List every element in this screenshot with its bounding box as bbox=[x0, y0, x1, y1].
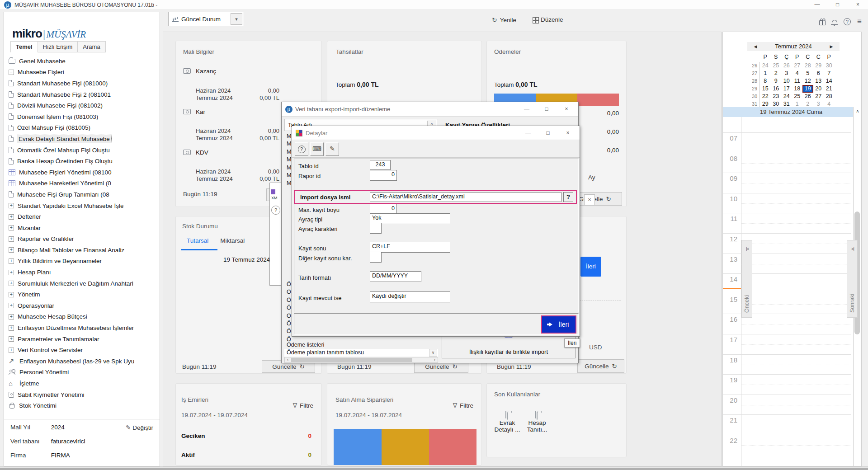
tree-item[interactable]: İşletme bbox=[9, 378, 159, 389]
tab-hizli-erisim[interactable]: Hızlı Erişim bbox=[38, 41, 78, 52]
dialog-close-button[interactable]: × bbox=[557, 102, 576, 117]
tab-tutarsal[interactable]: Tutarsal bbox=[187, 237, 208, 244]
dialog-maximize-button[interactable]: □ bbox=[537, 102, 557, 117]
tree-item[interactable]: Banka Hesap Özetinden Fiş Oluştu bbox=[9, 155, 159, 167]
tree-item[interactable]: Standart Muhasebe Fişi 2 (081001 bbox=[9, 89, 159, 100]
calendar-day[interactable]: 15 bbox=[760, 85, 771, 93]
tree-item[interactable]: Stok Yönetimi bbox=[9, 400, 159, 411]
edit-button[interactable]: ✎ bbox=[326, 142, 339, 156]
tab-miktarsal[interactable]: Miktarsal bbox=[220, 237, 245, 244]
tree-item[interactable]: Bilanço Mali Tablolar ve Finansal Analiz bbox=[9, 244, 159, 256]
window-close-button[interactable]: × bbox=[848, 0, 868, 10]
calendar-day[interactable]: 30 bbox=[824, 62, 835, 70]
calendar-day[interactable]: 22 bbox=[760, 93, 771, 100]
tree-item[interactable]: Muhasebe Fişi Grup Tanımları (08 bbox=[9, 189, 159, 200]
field-tablo-id[interactable]: 243 bbox=[370, 160, 391, 170]
field-tarih-formati[interactable]: DD/MM/YYYY bbox=[370, 271, 421, 282]
calendar-next-icon[interactable]: ▶ bbox=[827, 42, 836, 51]
tree-item[interactable]: Sabit Kıymetler Yönetimi bbox=[9, 389, 159, 400]
wizard-next-button[interactable]: İleri bbox=[580, 257, 601, 277]
filter-button[interactable]: ∇Filtre bbox=[293, 402, 313, 409]
calendar-day[interactable]: 23 bbox=[771, 93, 782, 100]
dialog-titlebar[interactable]: µ Veri tabanı export-import-düzenleme — … bbox=[282, 102, 578, 117]
edit-layout-button[interactable]: Düzenle bbox=[533, 16, 563, 23]
view-selector[interactable]: Güncel Durum ▾ bbox=[168, 12, 244, 26]
calendar-day[interactable]: 25 bbox=[771, 62, 782, 70]
tree-item[interactable]: Standart Yapıdaki Excel Muhasebe İşle bbox=[9, 200, 159, 212]
dialog-minimize-button[interactable]: — bbox=[518, 126, 538, 140]
calendar-day[interactable]: 1 bbox=[760, 70, 771, 77]
ileri-next-button[interactable]: İleri bbox=[541, 315, 576, 334]
tree-item[interactable]: Otomatik Özel Mahsup Fişi Oluştu bbox=[9, 145, 159, 156]
calendar-day[interactable]: 8 bbox=[760, 77, 771, 85]
tree-item[interactable]: Muhasebe Fişleri bbox=[9, 67, 159, 78]
field-import-dosya[interactable]: C:\Fis-Aktar\Mikro\Satislar_detay.xml bbox=[370, 192, 561, 202]
tree-item[interactable]: Evrak Detaylı Standart Muhasebe bbox=[9, 133, 159, 145]
field-kayit-sonu[interactable]: CR+LF bbox=[370, 242, 450, 253]
popup-close-icon[interactable]: × bbox=[584, 194, 595, 205]
scroll-right-icon[interactable]: › bbox=[432, 357, 438, 362]
calendar-day[interactable]: 6 bbox=[813, 70, 824, 77]
calendar-day[interactable]: 26 bbox=[802, 93, 813, 100]
calendar-prev-icon[interactable]: ◀ bbox=[751, 42, 760, 51]
tree-item[interactable]: Operasyonlar bbox=[9, 300, 159, 311]
tree-item[interactable]: Genel Muhasebe bbox=[9, 56, 159, 67]
calendar-day[interactable]: 12 bbox=[802, 77, 813, 85]
calendar-day[interactable]: 28 bbox=[802, 62, 813, 70]
calendar-day[interactable]: 28 bbox=[824, 93, 835, 100]
calendar-day[interactable]: 13 bbox=[813, 77, 824, 85]
window-minimize-button[interactable]: — bbox=[807, 0, 827, 10]
calendar-day[interactable]: 16 bbox=[771, 85, 782, 93]
tree-item[interactable]: Personel Yönetimi bbox=[9, 367, 159, 378]
calendar-day[interactable]: 17 bbox=[781, 85, 792, 93]
tree-item[interactable]: Muhasebe Fişleri Yönetimi (08100 bbox=[9, 167, 159, 178]
tree-item[interactable]: Yönetim bbox=[9, 289, 159, 300]
view-selector-dropdown-button[interactable]: ▾ bbox=[231, 13, 242, 25]
calendar-day[interactable]: 21 bbox=[824, 85, 835, 93]
tree-item[interactable]: Enflasyon Düzeltmesi Muhasebesi İşlemler bbox=[9, 322, 159, 334]
field-kayit-mevcut[interactable]: Kaydı değiştir bbox=[370, 291, 450, 302]
keyboard-button[interactable]: ⌨ bbox=[310, 142, 324, 156]
filter-button[interactable]: ∇Filtre bbox=[453, 402, 473, 409]
calendar-day[interactable]: 4 bbox=[792, 70, 803, 77]
help-button[interactable]: ? bbox=[295, 142, 308, 156]
file-browse-help-button[interactable]: ? bbox=[563, 192, 573, 202]
update-button[interactable]: Güncelle↻ bbox=[577, 359, 624, 373]
notifications-bell-icon[interactable] bbox=[832, 20, 837, 24]
field-ayrac-karakteri[interactable] bbox=[370, 223, 382, 234]
tree-item[interactable]: Muhasebe Hesap Bütçesi bbox=[9, 311, 159, 323]
dialog-minimize-button[interactable]: — bbox=[517, 102, 537, 117]
tree-item[interactable]: Dönemsel İşlem Fişi (081003) bbox=[9, 111, 159, 122]
calendar-day[interactable]: 24 bbox=[781, 93, 792, 100]
window-maximize-button[interactable]: □ bbox=[827, 0, 848, 10]
calendar-day[interactable]: 11 bbox=[792, 77, 803, 85]
calendar-day[interactable]: 3 bbox=[781, 70, 792, 77]
tree-item[interactable]: Sorumluluk Merkezleri ve Dağıtım Anahtar… bbox=[9, 278, 159, 289]
help-icon[interactable]: ? bbox=[271, 206, 280, 215]
horizontal-scrollbar[interactable]: ‹ › bbox=[284, 357, 438, 363]
field-ayrac-tipi[interactable]: Yok bbox=[370, 213, 450, 224]
calendar-day[interactable]: 27 bbox=[813, 93, 824, 100]
calendar-day[interactable]: 27 bbox=[792, 62, 803, 70]
calendar-day[interactable]: 25 bbox=[792, 93, 803, 100]
dialog-close-button[interactable]: × bbox=[558, 126, 578, 140]
tree-item[interactable]: Yıllık Bildirim ve Beyannameler bbox=[9, 256, 159, 267]
tree-item[interactable]: Parametreler ve Tanımlamalar bbox=[9, 334, 159, 345]
tree-item[interactable]: Standart Muhasebe Fişi (081000) bbox=[9, 78, 159, 89]
next-appointment-bar[interactable]: >| Sonraki bbox=[847, 240, 858, 318]
calendar-day[interactable]: 24 bbox=[760, 62, 771, 70]
calendar-day[interactable]: 19 bbox=[802, 85, 813, 93]
change-fiscal-year-button[interactable]: ✎Değiştir bbox=[126, 424, 153, 431]
calendar-day[interactable]: 26 bbox=[781, 62, 792, 70]
tree-item[interactable]: Defterler bbox=[9, 211, 159, 222]
field-rapor-id[interactable]: 0 bbox=[370, 170, 397, 181]
calendar-day[interactable]: 18 bbox=[792, 85, 803, 93]
table-list-row[interactable]: Ödeme listeleri bbox=[284, 341, 438, 349]
calendar-day[interactable]: 7 bbox=[824, 70, 835, 77]
calendar-day[interactable]: 5 bbox=[802, 70, 813, 77]
tree-item[interactable]: Dövizli Muhasebe Fişi (081002) bbox=[9, 100, 159, 111]
field-diger-kayit-sonu[interactable] bbox=[370, 252, 382, 263]
help-icon[interactable]: ? bbox=[844, 18, 851, 25]
calendar-day[interactable]: 20 bbox=[813, 85, 824, 93]
recent-item-evrak[interactable]: Evrak Detaylı ... bbox=[491, 413, 523, 433]
